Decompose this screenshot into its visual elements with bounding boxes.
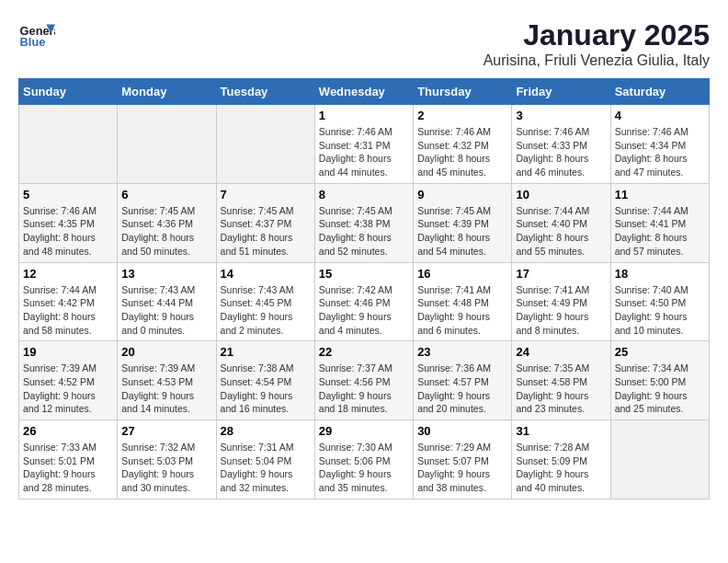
day-number: 10 xyxy=(516,188,606,201)
day-number: 3 xyxy=(516,109,606,122)
calendar-cell: 6Sunrise: 7:45 AM Sunset: 4:36 PM Daylig… xyxy=(118,183,216,262)
day-number: 18 xyxy=(615,267,705,281)
day-info: Sunrise: 7:40 AM Sunset: 4:50 PM Dayligh… xyxy=(615,283,705,338)
day-info: Sunrise: 7:39 AM Sunset: 4:53 PM Dayligh… xyxy=(121,362,211,416)
day-info: Sunrise: 7:43 AM Sunset: 4:44 PM Dayligh… xyxy=(121,283,211,338)
day-info: Sunrise: 7:31 AM Sunset: 5:04 PM Dayligh… xyxy=(221,441,311,495)
day-number: 1 xyxy=(319,109,409,122)
weekday-header: Wednesday xyxy=(314,79,413,105)
calendar-cell: 7Sunrise: 7:45 AM Sunset: 4:37 PM Daylig… xyxy=(216,183,314,262)
calendar-cell: 1Sunrise: 7:46 AM Sunset: 4:31 PM Daylig… xyxy=(314,105,413,184)
calendar-cell xyxy=(610,420,709,500)
day-info: Sunrise: 7:45 AM Sunset: 4:38 PM Dayligh… xyxy=(319,204,409,259)
day-number: 28 xyxy=(221,424,311,438)
day-info: Sunrise: 7:44 AM Sunset: 4:42 PM Dayligh… xyxy=(23,283,113,338)
day-number: 25 xyxy=(615,345,705,359)
calendar-cell: 4Sunrise: 7:46 AM Sunset: 4:34 PM Daylig… xyxy=(610,105,709,184)
day-number: 21 xyxy=(221,345,311,359)
calendar-cell: 30Sunrise: 7:29 AM Sunset: 5:07 PM Dayli… xyxy=(414,420,512,500)
day-info: Sunrise: 7:44 AM Sunset: 4:40 PM Dayligh… xyxy=(516,204,606,259)
calendar-cell: 22Sunrise: 7:37 AM Sunset: 4:56 PM Dayli… xyxy=(314,341,413,420)
calendar-cell: 2Sunrise: 7:46 AM Sunset: 4:32 PM Daylig… xyxy=(414,105,512,184)
calendar-week-row: 1Sunrise: 7:46 AM Sunset: 4:31 PM Daylig… xyxy=(19,105,710,184)
calendar-week-row: 19Sunrise: 7:39 AM Sunset: 4:52 PM Dayli… xyxy=(19,341,710,420)
day-number: 26 xyxy=(23,424,113,438)
day-info: Sunrise: 7:44 AM Sunset: 4:41 PM Dayligh… xyxy=(615,204,705,259)
day-info: Sunrise: 7:28 AM Sunset: 5:09 PM Dayligh… xyxy=(516,441,606,495)
title-block: January 2025 Aurisina, Friuli Venezia Gi… xyxy=(483,18,710,69)
calendar-cell: 29Sunrise: 7:30 AM Sunset: 5:06 PM Dayli… xyxy=(314,420,413,500)
calendar-cell: 12Sunrise: 7:44 AM Sunset: 4:42 PM Dayli… xyxy=(19,262,118,341)
calendar-cell: 17Sunrise: 7:41 AM Sunset: 4:49 PM Dayli… xyxy=(512,262,610,341)
day-number: 31 xyxy=(516,424,606,438)
calendar-cell: 27Sunrise: 7:32 AM Sunset: 5:03 PM Dayli… xyxy=(118,420,216,500)
calendar-cell xyxy=(19,105,118,184)
day-number: 13 xyxy=(121,267,211,281)
day-info: Sunrise: 7:38 AM Sunset: 4:54 PM Dayligh… xyxy=(221,362,311,416)
logo: General Blue xyxy=(18,18,55,55)
day-number: 5 xyxy=(23,188,113,201)
day-number: 29 xyxy=(319,424,409,438)
calendar-cell: 19Sunrise: 7:39 AM Sunset: 4:52 PM Dayli… xyxy=(19,341,118,420)
day-info: Sunrise: 7:45 AM Sunset: 4:36 PM Dayligh… xyxy=(121,204,211,259)
day-info: Sunrise: 7:46 AM Sunset: 4:32 PM Dayligh… xyxy=(417,125,507,179)
calendar-title: January 2025 xyxy=(483,18,710,52)
day-info: Sunrise: 7:46 AM Sunset: 4:31 PM Dayligh… xyxy=(319,125,409,179)
day-info: Sunrise: 7:41 AM Sunset: 4:48 PM Dayligh… xyxy=(417,283,507,338)
day-number: 2 xyxy=(417,109,507,122)
day-info: Sunrise: 7:39 AM Sunset: 4:52 PM Dayligh… xyxy=(23,362,113,416)
calendar-cell: 25Sunrise: 7:34 AM Sunset: 5:00 PM Dayli… xyxy=(610,341,709,420)
calendar-cell: 8Sunrise: 7:45 AM Sunset: 4:38 PM Daylig… xyxy=(314,183,413,262)
day-number: 15 xyxy=(319,267,409,281)
day-number: 11 xyxy=(615,188,705,201)
weekday-header: Saturday xyxy=(610,79,709,105)
calendar-cell: 16Sunrise: 7:41 AM Sunset: 4:48 PM Dayli… xyxy=(414,262,512,341)
day-info: Sunrise: 7:46 AM Sunset: 4:33 PM Dayligh… xyxy=(516,125,606,179)
calendar-cell: 9Sunrise: 7:45 AM Sunset: 4:39 PM Daylig… xyxy=(414,183,512,262)
day-info: Sunrise: 7:34 AM Sunset: 5:00 PM Dayligh… xyxy=(615,362,705,416)
day-number: 8 xyxy=(319,188,409,201)
weekday-header: Friday xyxy=(512,79,610,105)
day-number: 7 xyxy=(221,188,311,201)
calendar-cell: 13Sunrise: 7:43 AM Sunset: 4:44 PM Dayli… xyxy=(118,262,216,341)
calendar-cell: 24Sunrise: 7:35 AM Sunset: 4:58 PM Dayli… xyxy=(512,341,610,420)
calendar-cell xyxy=(118,105,216,184)
day-number: 17 xyxy=(516,267,606,281)
day-number: 24 xyxy=(516,345,606,359)
calendar-cell: 21Sunrise: 7:38 AM Sunset: 4:54 PM Dayli… xyxy=(216,341,314,420)
calendar-cell: 28Sunrise: 7:31 AM Sunset: 5:04 PM Dayli… xyxy=(216,420,314,500)
day-number: 27 xyxy=(121,424,211,438)
day-info: Sunrise: 7:36 AM Sunset: 4:57 PM Dayligh… xyxy=(417,362,507,416)
day-info: Sunrise: 7:32 AM Sunset: 5:03 PM Dayligh… xyxy=(121,441,211,495)
calendar-cell: 10Sunrise: 7:44 AM Sunset: 4:40 PM Dayli… xyxy=(512,183,610,262)
page-header: General Blue January 2025 Aurisina, Friu… xyxy=(18,18,710,69)
calendar-cell: 15Sunrise: 7:42 AM Sunset: 4:46 PM Dayli… xyxy=(314,262,413,341)
calendar-table: SundayMondayTuesdayWednesdayThursdayFrid… xyxy=(18,78,710,500)
day-number: 14 xyxy=(221,267,311,281)
day-info: Sunrise: 7:30 AM Sunset: 5:06 PM Dayligh… xyxy=(319,441,409,495)
day-number: 23 xyxy=(417,345,507,359)
day-info: Sunrise: 7:45 AM Sunset: 4:37 PM Dayligh… xyxy=(221,204,311,259)
day-info: Sunrise: 7:41 AM Sunset: 4:49 PM Dayligh… xyxy=(516,283,606,338)
day-number: 4 xyxy=(615,109,705,122)
logo-icon: General Blue xyxy=(18,18,55,55)
calendar-week-row: 26Sunrise: 7:33 AM Sunset: 5:01 PM Dayli… xyxy=(19,420,710,500)
day-number: 22 xyxy=(319,345,409,359)
day-number: 19 xyxy=(23,345,113,359)
day-info: Sunrise: 7:43 AM Sunset: 4:45 PM Dayligh… xyxy=(221,283,311,338)
calendar-cell: 14Sunrise: 7:43 AM Sunset: 4:45 PM Dayli… xyxy=(216,262,314,341)
day-number: 16 xyxy=(417,267,507,281)
calendar-cell xyxy=(216,105,314,184)
calendar-cell: 31Sunrise: 7:28 AM Sunset: 5:09 PM Dayli… xyxy=(512,420,610,500)
calendar-cell: 3Sunrise: 7:46 AM Sunset: 4:33 PM Daylig… xyxy=(512,105,610,184)
day-info: Sunrise: 7:46 AM Sunset: 4:35 PM Dayligh… xyxy=(23,204,113,259)
day-info: Sunrise: 7:42 AM Sunset: 4:46 PM Dayligh… xyxy=(319,283,409,338)
calendar-week-row: 5Sunrise: 7:46 AM Sunset: 4:35 PM Daylig… xyxy=(19,183,710,262)
calendar-week-row: 12Sunrise: 7:44 AM Sunset: 4:42 PM Dayli… xyxy=(19,262,710,341)
day-info: Sunrise: 7:29 AM Sunset: 5:07 PM Dayligh… xyxy=(417,441,507,495)
weekday-header: Sunday xyxy=(19,79,118,105)
day-number: 9 xyxy=(417,188,507,201)
calendar-subtitle: Aurisina, Friuli Venezia Giulia, Italy xyxy=(483,52,710,69)
day-info: Sunrise: 7:33 AM Sunset: 5:01 PM Dayligh… xyxy=(23,441,113,495)
weekday-header: Thursday xyxy=(414,79,512,105)
